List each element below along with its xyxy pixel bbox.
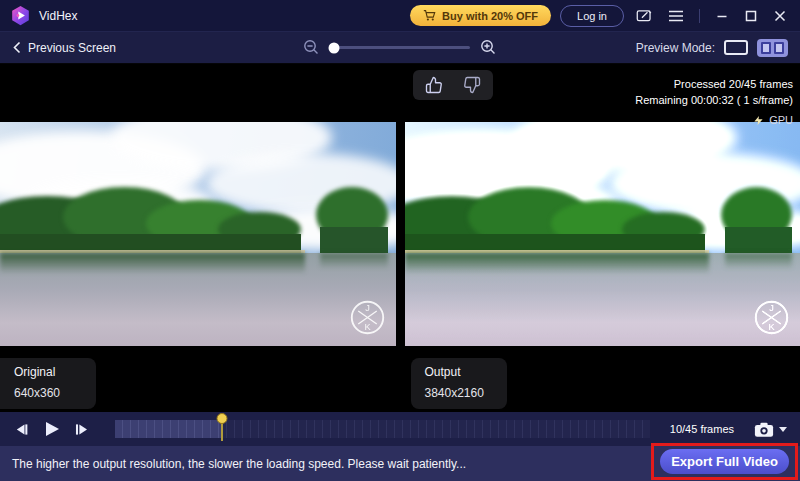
next-frame-icon (73, 421, 90, 438)
output-video: J K (405, 122, 800, 346)
output-label: Output 3840x2160 (411, 358, 507, 409)
nav-bar: Previous Screen Preview Mode: (0, 32, 800, 64)
status-text: The higher the output resolution, the sl… (12, 457, 466, 471)
minimize-button[interactable] (712, 6, 732, 26)
thumbs-up-button[interactable] (419, 73, 449, 97)
original-label: Original 640x360 (0, 358, 96, 409)
playback-bar: 10/45 frames (0, 412, 800, 446)
thumbs-up-icon (425, 76, 443, 94)
svg-text:J: J (769, 303, 774, 313)
previous-frame-button[interactable] (9, 417, 33, 441)
feedback-icon (636, 8, 653, 24)
original-resolution: 640x360 (14, 386, 82, 400)
split-view-icon[interactable] (757, 39, 788, 57)
brand: VidHex (10, 5, 77, 26)
remaining-time-text: Remaining 00:00:32 ( 1 s/frame) (635, 92, 793, 108)
export-full-video-button[interactable]: Export Full Video (660, 449, 789, 474)
titlebar-separator (699, 9, 700, 23)
single-view-icon[interactable] (724, 40, 748, 55)
svg-text:K: K (768, 322, 775, 332)
timeline-fill (115, 420, 222, 438)
previous-screen-button[interactable]: Previous Screen (12, 41, 116, 55)
processed-frames-text: Processed 20/45 frames (635, 76, 793, 92)
snapshot-button[interactable] (750, 419, 791, 440)
zoom-slider[interactable] (330, 46, 470, 49)
next-frame-button[interactable] (69, 417, 93, 441)
minimize-icon (715, 9, 729, 23)
menu-button[interactable] (665, 6, 687, 26)
zoom-slider-knob[interactable] (329, 42, 340, 53)
close-button[interactable] (770, 6, 790, 26)
feedback-button[interactable] (633, 5, 656, 27)
status-bar: The higher the output resolution, the sl… (0, 446, 800, 481)
app-title: VidHex (39, 9, 77, 23)
gpu-label: GPU (769, 112, 793, 128)
process-info: Processed 20/45 frames Remaining 00:00:3… (635, 76, 793, 128)
camera-icon (754, 421, 774, 438)
play-button[interactable] (39, 417, 63, 441)
original-pane: J K Original 640x360 (0, 64, 396, 412)
output-resolution: 3840x2160 (425, 386, 493, 400)
gpu-indicator: GPU (635, 112, 793, 128)
preview-mode-control: Preview Mode: (636, 39, 788, 57)
menu-icon (668, 9, 684, 23)
maximize-button[interactable] (741, 6, 761, 26)
play-icon (41, 419, 61, 439)
split-view-right-half (774, 42, 784, 54)
split-view-left-half (761, 42, 771, 54)
prev-frame-icon (13, 421, 30, 438)
app-logo-icon (10, 5, 31, 26)
cart-icon (423, 9, 436, 22)
frame-counter: 10/45 frames (670, 423, 734, 435)
export-highlight-annotation: Export Full Video (651, 443, 798, 480)
title-bar: VidHex Buy with 20% OFF Log in (0, 0, 800, 32)
thumbs-down-button[interactable] (457, 73, 487, 97)
output-pane: J K Processed 20/45 frames Re (405, 64, 800, 412)
lightning-icon (753, 114, 764, 127)
watermark-badge: J K (753, 299, 790, 336)
timeline[interactable] (115, 420, 650, 438)
zoom-in-icon[interactable] (480, 39, 497, 56)
original-video: J K (0, 122, 396, 346)
buy-button-label: Buy with 20% OFF (442, 10, 538, 22)
close-icon (773, 9, 787, 23)
thumbs-down-icon (463, 76, 481, 94)
maximize-icon (744, 9, 758, 23)
playhead[interactable] (221, 416, 223, 441)
zoom-control (303, 32, 497, 63)
zoom-out-icon[interactable] (303, 39, 320, 56)
previous-screen-label: Previous Screen (28, 41, 116, 55)
chevron-left-icon (12, 41, 22, 54)
original-title: Original (14, 365, 82, 379)
svg-text:J: J (365, 303, 370, 313)
caret-down-icon (779, 427, 787, 432)
svg-text:K: K (364, 322, 371, 332)
app-window: VidHex Buy with 20% OFF Log in (0, 0, 800, 481)
comparison-viewer: J K Original 640x360 (0, 64, 800, 412)
watermark-badge: J K (349, 299, 386, 336)
preview-mode-label: Preview Mode: (636, 41, 715, 55)
output-title: Output (425, 365, 493, 379)
login-button[interactable]: Log in (560, 5, 624, 27)
rating-box (413, 70, 493, 100)
buy-button[interactable]: Buy with 20% OFF (410, 5, 551, 26)
